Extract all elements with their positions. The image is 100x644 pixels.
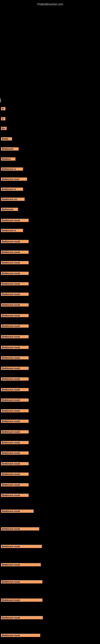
list-item: Bottleneck result	[1, 292, 29, 296]
list-item: Bottleneck result	[1, 440, 29, 444]
bottleneck-label: Bottleneck result	[1, 483, 29, 486]
bottleneck-label: Bottleneck result	[1, 388, 29, 391]
list-item: Bottleneck result	[1, 240, 29, 243]
list-item: Bottleneck result	[1, 335, 29, 338]
bottleneck-label: Bottleneck result	[1, 219, 29, 222]
bottleneck-label: Bottleneck result	[1, 398, 29, 402]
bottleneck-label: Bottleneck result	[1, 335, 29, 338]
bottleneck-label: Bo	[1, 127, 7, 130]
bottleneck-label: Bottleneck re	[1, 168, 23, 171]
list-item: Bottleneck result	[1, 271, 29, 275]
bottleneck-label: Bottleneck result	[1, 634, 40, 637]
bottleneck-label: B	[1, 107, 5, 110]
list-item: Bottleneck result	[1, 409, 29, 412]
bottleneck-label: Bottleneck result	[1, 314, 29, 317]
bottleneck-label: Bottleneck result	[1, 563, 41, 566]
list-item: Bottleneck	[1, 147, 19, 150]
list-item: Bottleneck result	[1, 324, 29, 328]
bottleneck-label: Bottleneck result	[1, 346, 29, 349]
list-item: Bottleneck result	[1, 472, 29, 476]
bottleneck-label: Bottleneck result	[1, 367, 29, 370]
list-item: Bottleneck re	[1, 187, 23, 191]
cursor	[0, 98, 1, 102]
bottleneck-label: Bottleneck result	[1, 527, 39, 530]
bottleneck-label: Bottleneck result	[1, 420, 29, 423]
list-item: Bottleneck result	[1, 398, 29, 402]
bottleneck-label: Bottleneck result	[1, 452, 29, 454]
bottleneck-label: Bottlene	[1, 158, 15, 160]
list-item: Bottleneck result	[1, 633, 40, 637]
list-item: Bottleneck result	[1, 430, 29, 434]
bottleneck-label: Bottleneck result	[1, 240, 29, 243]
bottleneck-label: Bottleneck re	[1, 229, 23, 232]
bottleneck-label: Bottleneck result	[1, 261, 29, 264]
list-item: Bottleneck result	[1, 580, 42, 584]
bottleneck-label: Bottleneck resul	[1, 178, 27, 181]
site-title: TheBottlenecker.com	[0, 1, 100, 8]
list-item: Bottleneck result	[1, 250, 29, 254]
list-item: Bottleneck result	[1, 509, 34, 513]
list-item: Bottleneck re	[1, 167, 23, 171]
list-item: Bottleneck	[1, 207, 18, 211]
list-item: Bottleneck result	[1, 493, 29, 497]
bottleneck-label: Bottleneck result	[1, 292, 29, 296]
bottleneck-label: Bottleneck result	[1, 462, 29, 465]
list-item: Bottleneck result	[1, 544, 42, 548]
list-item: Bottleneck result	[1, 303, 29, 306]
list-item: Bottleneck result	[1, 345, 29, 349]
bottleneck-label: Bottleneck result	[1, 272, 29, 275]
list-item: Bottleneck result	[1, 366, 29, 370]
list-item: Bottleneck result	[1, 218, 29, 222]
list-item: Bottleneck result	[1, 419, 29, 423]
bottleneck-label: Bottleneck result	[1, 356, 29, 360]
list-item: Bottleneck result	[1, 282, 29, 285]
bottleneck-label: Bottleneck result	[1, 494, 29, 497]
list-item: Bottleneck result	[1, 462, 29, 465]
list-item: Bottleneck result	[1, 377, 29, 380]
list-item: Bottleneck result	[1, 260, 29, 264]
bottleneck-label: Bottleneck result	[1, 616, 43, 619]
list-item: Bottleneck re	[1, 228, 23, 232]
bottleneck-label: Bottleneck result	[1, 409, 29, 412]
bottleneck-label: Bottleneck result	[1, 377, 29, 380]
list-item: Bottleneck result	[1, 616, 43, 619]
bottleneck-label: Bottleneck result	[1, 472, 29, 476]
list-item: Bottle	[1, 137, 12, 140]
bottleneck-label: Bottleneck	[1, 208, 18, 211]
bottleneck-label: Bottleneck result	[1, 282, 29, 285]
bottleneck-label: Bottleneck result	[1, 441, 29, 444]
list-item: Bottleneck result	[1, 563, 41, 566]
list-item: Bottleneck resul	[1, 177, 27, 181]
list-item: Bottleneck res	[1, 197, 25, 201]
bottleneck-label: Bottleneck result	[1, 510, 34, 513]
list-item: Bottleneck result	[1, 598, 42, 602]
bottleneck-label: Bottle	[1, 137, 12, 140]
list-item: Bottlene	[1, 157, 15, 160]
bottleneck-label: Bottleneck result	[1, 598, 42, 602]
bottleneck-label: Bottleneck result	[1, 250, 29, 254]
bottleneck-label: Bottleneck result	[1, 580, 42, 584]
bottleneck-label: Bottleneck result	[1, 303, 29, 306]
list-item: Bottleneck result	[1, 388, 29, 391]
bottleneck-label: E	[1, 117, 5, 120]
list-item: E	[1, 117, 5, 120]
list-item: B	[1, 107, 5, 110]
list-item: Bottleneck result	[1, 527, 39, 530]
bottleneck-label: Bottleneck res	[1, 198, 25, 201]
bottleneck-label: Bottleneck result	[1, 430, 29, 434]
bottleneck-label: Bottleneck result	[1, 545, 42, 548]
bottleneck-label: Bottleneck re	[1, 188, 23, 191]
list-item: Bo	[1, 126, 7, 130]
bottleneck-label: Bottleneck	[1, 147, 19, 150]
list-item: Bottleneck result	[1, 314, 29, 317]
list-item: Bottleneck result	[1, 451, 29, 454]
list-item: Bottleneck result	[1, 356, 29, 360]
bottleneck-label: Bottleneck result	[1, 324, 29, 328]
list-item: Bottleneck result	[1, 483, 29, 486]
